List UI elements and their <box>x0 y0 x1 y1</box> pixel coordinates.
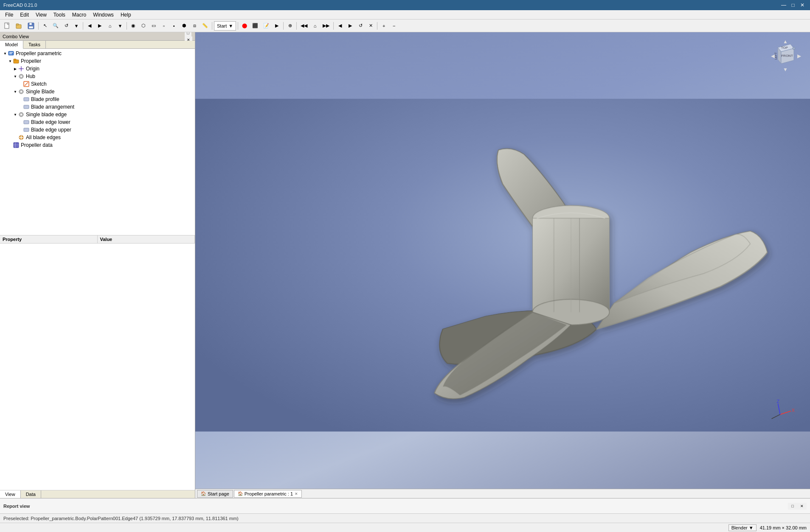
tree-item-single-blade-edge[interactable]: Single blade edge <box>0 111 195 118</box>
tree-item-propeller-data[interactable]: Propeller data <box>0 141 195 149</box>
report-float-button[interactable]: □ <box>788 503 797 510</box>
zoom-button[interactable]: 🔍 <box>51 21 61 31</box>
refresh-button[interactable]: ↺ <box>356 21 365 31</box>
menu-view[interactable]: View <box>32 11 50 19</box>
tree-item-propeller-parametric[interactable]: Propeller parametric <box>0 50 195 57</box>
combo-view-float-button[interactable]: □ <box>185 32 191 36</box>
tab-data[interactable]: Data <box>21 490 41 498</box>
tree-item-hub[interactable]: Hub <box>0 73 195 80</box>
tab-start-page[interactable]: 🏠 Start page <box>197 490 233 498</box>
arrow-single-blade-edge[interactable] <box>13 113 18 117</box>
zoom-out-button[interactable]: − <box>389 21 399 31</box>
arrow-propeller-parametric[interactable] <box>3 52 8 56</box>
macro-edit-button[interactable]: 📝 <box>261 21 271 31</box>
pointer-button[interactable]: ↖ <box>40 21 50 31</box>
svg-point-24 <box>20 114 22 116</box>
tree-item-blade-arrangement[interactable]: Blade arrangement <box>0 103 195 111</box>
arrow-propeller[interactable] <box>8 59 13 63</box>
menubar: File Edit View Tools Macro Windows Help <box>0 10 810 20</box>
bottom-right-status: Blender ▼ 41.19 mm × 32.00 mm <box>728 524 807 531</box>
measure-button[interactable]: 📏 <box>200 21 210 31</box>
view-axon-button[interactable]: ⬢ <box>180 21 189 31</box>
label-propeller: Propeller <box>21 58 41 64</box>
back-button[interactable]: ◀ <box>85 21 94 31</box>
report-close-button[interactable]: ✕ <box>797 503 807 510</box>
rotate-button[interactable]: ↺ <box>62 21 71 31</box>
menu-macro[interactable]: Macro <box>69 11 90 19</box>
icon-blade-edge-lower <box>23 119 30 126</box>
toolbar-separator-6 <box>283 22 284 30</box>
view-front-button[interactable]: ▫ <box>159 21 169 31</box>
nav-prev-button[interactable]: ◀◀ <box>298 21 309 31</box>
menu-edit[interactable]: Edit <box>17 11 32 19</box>
tree-item-blade-edge-upper[interactable]: Blade edge upper <box>0 126 195 134</box>
view-all-button[interactable]: ◉ <box>129 21 138 31</box>
svg-rect-22 <box>24 105 29 109</box>
propeller-tab-close[interactable]: ✕ <box>295 492 298 496</box>
nav-home-button[interactable]: ⌂ <box>310 21 320 31</box>
tree-item-blade-edge-lower[interactable]: Blade edge lower <box>0 118 195 126</box>
stop-button[interactable]: ⬛ <box>250 21 260 31</box>
tree-item-sketch[interactable]: Sketch <box>0 80 195 88</box>
label-hub: Hub <box>26 73 35 79</box>
tree-item-blade-profile[interactable]: Blade profile <box>0 95 195 103</box>
label-origin: Origin <box>26 66 39 72</box>
svg-text:▼: ▼ <box>783 67 788 73</box>
new-file-button[interactable] <box>2 21 13 31</box>
view-select-button[interactable]: ⬡ <box>139 21 148 31</box>
open-file-button[interactable] <box>14 21 25 31</box>
view-right-button[interactable]: ▪ <box>169 21 179 31</box>
tree-item-propeller[interactable]: Propeller <box>0 57 195 65</box>
navigation-cube[interactable]: ▲ ▼ ◀ ▶ TOP LEFT FRONT <box>769 39 803 73</box>
menu-windows[interactable]: Windows <box>90 11 117 19</box>
arrow-single-blade[interactable] <box>13 90 18 94</box>
toolbar-separator-4 <box>212 22 212 30</box>
nav-next-button[interactable]: ▶▶ <box>321 21 332 31</box>
menu-file[interactable]: File <box>2 11 17 19</box>
tree-item-single-blade[interactable]: Single Blade <box>0 88 195 95</box>
tab-tasks[interactable]: Tasks <box>23 41 46 48</box>
icon-blade-edge-upper <box>23 126 30 133</box>
view-top-button[interactable]: ▭ <box>149 21 158 31</box>
renderer-label[interactable]: Blender ▼ <box>728 524 757 531</box>
svg-rect-11 <box>14 59 16 60</box>
home-button[interactable]: ⌂ <box>105 21 115 31</box>
menu-help[interactable]: Help <box>117 11 135 19</box>
viewport[interactable]: X Z ▲ ▼ ◀ ▶ TOP LEFT FRONT <box>195 32 810 498</box>
stop2-button[interactable]: ✕ <box>366 21 375 31</box>
icon-propeller-parametric <box>8 50 14 57</box>
forward-button[interactable]: ▶ <box>95 21 104 31</box>
tab-view[interactable]: View <box>0 490 21 498</box>
record-button[interactable]: ⬤ <box>240 21 249 31</box>
tree-item-origin[interactable]: Origin <box>0 65 195 73</box>
tab-propeller-parametric[interactable]: 🏠 Propeller parametric : 1 ✕ <box>234 490 302 498</box>
view-section-button[interactable]: ⧈ <box>190 21 199 31</box>
svg-text:Z: Z <box>777 399 780 404</box>
view-data-tabs: View Data <box>0 490 195 498</box>
nav-forward2-button[interactable]: ▶ <box>346 21 355 31</box>
nav-back2-button[interactable]: ◀ <box>335 21 345 31</box>
menu-tools[interactable]: Tools <box>50 11 69 19</box>
zoom-in-button[interactable]: + <box>379 21 388 31</box>
svg-point-56 <box>793 47 795 50</box>
label-blade-arrangement: Blade arrangement <box>31 104 74 110</box>
icon-origin <box>18 65 25 72</box>
maximize-button[interactable]: □ <box>789 1 797 9</box>
arrow-origin[interactable] <box>13 67 18 71</box>
play-button[interactable]: ▶ <box>272 21 281 31</box>
tab-model[interactable]: Model <box>0 41 23 49</box>
minimize-button[interactable]: — <box>779 1 788 9</box>
dropdown-arrow-2[interactable]: ▼ <box>115 21 125 31</box>
save-button[interactable] <box>25 21 37 31</box>
value-col-header: Value <box>98 235 195 243</box>
propeller-tab-icon: 🏠 <box>238 491 243 496</box>
icon-sketch <box>23 81 30 87</box>
dropdown-arrow-1[interactable]: ▼ <box>72 21 81 31</box>
snap-button[interactable]: ⊕ <box>285 21 295 31</box>
hub-cylinder <box>532 205 609 325</box>
close-button[interactable]: ✕ <box>798 1 807 9</box>
workbench-dropdown[interactable]: Start ▼ <box>214 21 236 31</box>
toolbar-separator-3 <box>127 22 127 30</box>
tree-item-all-blade-edges[interactable]: All blade edges <box>0 134 195 141</box>
arrow-hub[interactable] <box>13 75 18 78</box>
